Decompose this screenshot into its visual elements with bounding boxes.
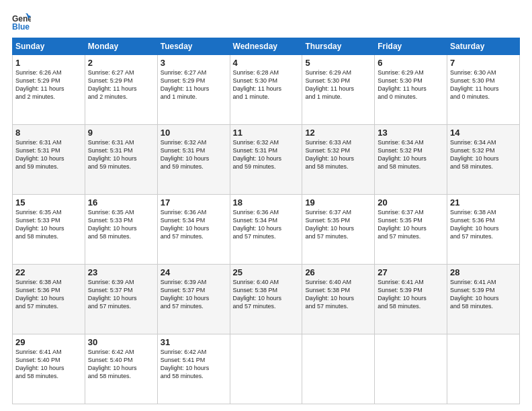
day-number: 22 <box>15 267 82 277</box>
day-number: 7 <box>450 58 517 68</box>
day-number: 10 <box>161 128 227 138</box>
cell-info: Sunrise: 6:40 AM Sunset: 5:38 PM Dayligh… <box>233 278 300 311</box>
calendar-cell: 17Sunrise: 6:36 AM Sunset: 5:34 PM Dayli… <box>157 195 230 265</box>
cell-info: Sunrise: 6:28 AM Sunset: 5:30 PM Dayligh… <box>233 68 300 101</box>
calendar-cell: 18Sunrise: 6:36 AM Sunset: 5:34 PM Dayli… <box>230 195 302 265</box>
day-number: 5 <box>305 58 371 68</box>
day-number: 13 <box>378 128 444 138</box>
cell-info: Sunrise: 6:40 AM Sunset: 5:38 PM Dayligh… <box>305 278 371 311</box>
calendar-body: 1Sunrise: 6:26 AM Sunset: 5:29 PM Daylig… <box>13 55 520 404</box>
col-header-monday: Monday <box>85 38 157 55</box>
day-number: 15 <box>15 197 82 208</box>
calendar-cell: 25Sunrise: 6:40 AM Sunset: 5:38 PM Dayli… <box>230 265 302 334</box>
cell-info: Sunrise: 6:32 AM Sunset: 5:31 PM Dayligh… <box>161 138 227 171</box>
week-row-1: 1Sunrise: 6:26 AM Sunset: 5:29 PM Daylig… <box>13 55 520 125</box>
calendar-cell: 27Sunrise: 6:41 AM Sunset: 5:39 PM Dayli… <box>375 265 447 334</box>
cell-info: Sunrise: 6:30 AM Sunset: 5:30 PM Dayligh… <box>450 68 517 101</box>
day-number: 30 <box>88 337 154 347</box>
calendar-cell: 23Sunrise: 6:39 AM Sunset: 5:37 PM Dayli… <box>85 265 157 334</box>
col-header-sunday: Sunday <box>13 38 85 55</box>
cell-info: Sunrise: 6:41 AM Sunset: 5:39 PM Dayligh… <box>378 278 444 311</box>
calendar-cell: 6Sunrise: 6:29 AM Sunset: 5:30 PM Daylig… <box>375 55 447 125</box>
calendar-cell <box>230 334 302 404</box>
day-number: 3 <box>161 58 227 68</box>
header: General Blue <box>12 12 520 31</box>
day-number: 23 <box>88 267 154 277</box>
calendar-cell: 14Sunrise: 6:34 AM Sunset: 5:32 PM Dayli… <box>447 125 520 195</box>
cell-info: Sunrise: 6:29 AM Sunset: 5:30 PM Dayligh… <box>378 68 444 101</box>
col-header-saturday: Saturday <box>447 38 520 55</box>
calendar-cell: 31Sunrise: 6:42 AM Sunset: 5:41 PM Dayli… <box>157 334 230 404</box>
cell-info: Sunrise: 6:36 AM Sunset: 5:34 PM Dayligh… <box>161 208 227 241</box>
cell-info: Sunrise: 6:39 AM Sunset: 5:37 PM Dayligh… <box>161 278 227 311</box>
calendar-cell: 8Sunrise: 6:31 AM Sunset: 5:31 PM Daylig… <box>13 125 85 195</box>
cell-info: Sunrise: 6:41 AM Sunset: 5:40 PM Dayligh… <box>15 348 82 381</box>
calendar-cell: 24Sunrise: 6:39 AM Sunset: 5:37 PM Dayli… <box>157 265 230 334</box>
calendar-cell: 7Sunrise: 6:30 AM Sunset: 5:30 PM Daylig… <box>447 55 520 125</box>
calendar-cell: 20Sunrise: 6:37 AM Sunset: 5:35 PM Dayli… <box>375 195 447 265</box>
day-number: 17 <box>161 197 227 208</box>
day-number: 25 <box>233 267 300 277</box>
week-row-4: 22Sunrise: 6:38 AM Sunset: 5:36 PM Dayli… <box>13 265 520 334</box>
cell-info: Sunrise: 6:29 AM Sunset: 5:30 PM Dayligh… <box>305 68 371 101</box>
cell-info: Sunrise: 6:37 AM Sunset: 5:35 PM Dayligh… <box>305 208 371 241</box>
day-number: 19 <box>305 197 371 208</box>
calendar-cell: 21Sunrise: 6:38 AM Sunset: 5:36 PM Dayli… <box>447 195 520 265</box>
calendar-cell: 12Sunrise: 6:33 AM Sunset: 5:32 PM Dayli… <box>302 125 375 195</box>
day-number: 16 <box>88 197 154 208</box>
week-row-2: 8Sunrise: 6:31 AM Sunset: 5:31 PM Daylig… <box>13 125 520 195</box>
day-number: 20 <box>378 197 444 208</box>
cell-info: Sunrise: 6:36 AM Sunset: 5:34 PM Dayligh… <box>233 208 300 241</box>
calendar-cell: 3Sunrise: 6:27 AM Sunset: 5:29 PM Daylig… <box>157 55 230 125</box>
day-number: 6 <box>378 58 444 68</box>
calendar-cell: 30Sunrise: 6:42 AM Sunset: 5:40 PM Dayli… <box>85 334 157 404</box>
day-number: 14 <box>450 128 517 138</box>
calendar-cell: 28Sunrise: 6:41 AM Sunset: 5:39 PM Dayli… <box>447 265 520 334</box>
calendar-cell: 5Sunrise: 6:29 AM Sunset: 5:30 PM Daylig… <box>302 55 375 125</box>
day-number: 12 <box>305 128 371 138</box>
col-header-friday: Friday <box>375 38 447 55</box>
cell-info: Sunrise: 6:31 AM Sunset: 5:31 PM Dayligh… <box>15 138 82 171</box>
calendar-cell: 10Sunrise: 6:32 AM Sunset: 5:31 PM Dayli… <box>157 125 230 195</box>
cell-info: Sunrise: 6:37 AM Sunset: 5:35 PM Dayligh… <box>378 208 444 241</box>
day-number: 2 <box>88 58 154 68</box>
calendar-cell: 1Sunrise: 6:26 AM Sunset: 5:29 PM Daylig… <box>13 55 85 125</box>
calendar-cell: 13Sunrise: 6:34 AM Sunset: 5:32 PM Dayli… <box>375 125 447 195</box>
day-number: 4 <box>233 58 300 68</box>
cell-info: Sunrise: 6:32 AM Sunset: 5:31 PM Dayligh… <box>233 138 300 171</box>
cell-info: Sunrise: 6:27 AM Sunset: 5:29 PM Dayligh… <box>88 68 154 101</box>
col-header-thursday: Thursday <box>302 38 375 55</box>
cell-info: Sunrise: 6:33 AM Sunset: 5:32 PM Dayligh… <box>305 138 371 171</box>
week-row-3: 15Sunrise: 6:35 AM Sunset: 5:33 PM Dayli… <box>13 195 520 265</box>
day-number: 27 <box>378 267 444 277</box>
day-number: 1 <box>15 58 82 68</box>
cell-info: Sunrise: 6:34 AM Sunset: 5:32 PM Dayligh… <box>378 138 444 171</box>
calendar-cell <box>447 334 520 404</box>
cell-info: Sunrise: 6:35 AM Sunset: 5:33 PM Dayligh… <box>88 208 154 241</box>
calendar-cell: 9Sunrise: 6:31 AM Sunset: 5:31 PM Daylig… <box>85 125 157 195</box>
svg-text:Blue: Blue <box>12 22 30 31</box>
calendar-cell: 2Sunrise: 6:27 AM Sunset: 5:29 PM Daylig… <box>85 55 157 125</box>
day-number: 31 <box>161 337 227 347</box>
day-number: 24 <box>161 267 227 277</box>
calendar-cell <box>302 334 375 404</box>
cell-info: Sunrise: 6:38 AM Sunset: 5:36 PM Dayligh… <box>450 208 517 241</box>
calendar-cell: 26Sunrise: 6:40 AM Sunset: 5:38 PM Dayli… <box>302 265 375 334</box>
day-number: 29 <box>15 337 82 347</box>
day-number: 26 <box>305 267 371 277</box>
day-number: 11 <box>233 128 300 138</box>
col-header-wednesday: Wednesday <box>230 38 302 55</box>
cell-info: Sunrise: 6:39 AM Sunset: 5:37 PM Dayligh… <box>88 278 154 311</box>
cell-info: Sunrise: 6:26 AM Sunset: 5:29 PM Dayligh… <box>15 68 82 101</box>
logo: General Blue <box>12 12 34 31</box>
calendar-cell: 4Sunrise: 6:28 AM Sunset: 5:30 PM Daylig… <box>230 55 302 125</box>
calendar-cell <box>375 334 447 404</box>
calendar-table: SundayMondayTuesdayWednesdayThursdayFrid… <box>12 38 520 404</box>
cell-info: Sunrise: 6:38 AM Sunset: 5:36 PM Dayligh… <box>15 278 82 311</box>
cell-info: Sunrise: 6:42 AM Sunset: 5:41 PM Dayligh… <box>161 348 227 381</box>
page: General Blue SundayMondayTuesdayWednesda… <box>0 0 532 411</box>
column-headers: SundayMondayTuesdayWednesdayThursdayFrid… <box>13 38 520 55</box>
day-number: 8 <box>15 128 82 138</box>
calendar-cell: 22Sunrise: 6:38 AM Sunset: 5:36 PM Dayli… <box>13 265 85 334</box>
calendar-cell: 19Sunrise: 6:37 AM Sunset: 5:35 PM Dayli… <box>302 195 375 265</box>
